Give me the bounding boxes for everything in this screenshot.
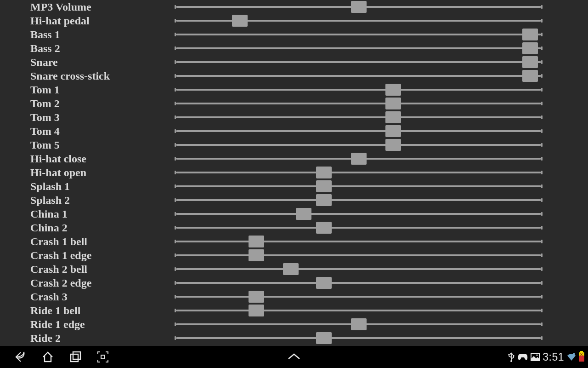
slider-row: Snare cross-stick: [0, 69, 588, 83]
usb-icon: [508, 352, 515, 362]
slider-track: [176, 34, 541, 35]
slider-row: Crash 2 edge: [0, 276, 588, 290]
slider-thumb[interactable]: [351, 153, 367, 165]
slider-thumb[interactable]: [249, 291, 264, 303]
battery-icon: [579, 352, 584, 362]
slider-thumb[interactable]: [316, 222, 332, 234]
slider-thumb[interactable]: [316, 167, 332, 178]
slider-track: [176, 282, 541, 284]
slider-label: China 1: [0, 208, 176, 220]
status-tray[interactable]: 3:51: [508, 346, 584, 368]
slider-label: MP3 Volume: [0, 1, 176, 13]
svg-point-7: [537, 354, 538, 356]
recent-apps-icon: [69, 351, 82, 363]
slider-row: Hi-hat close: [0, 152, 588, 166]
volume-slider[interactable]: [176, 221, 541, 235]
slider-track: [176, 296, 541, 298]
recent-apps-button[interactable]: [62, 346, 89, 368]
volume-slider[interactable]: [176, 41, 541, 55]
slider-thumb[interactable]: [522, 42, 538, 54]
slider-thumb[interactable]: [522, 70, 538, 82]
home-button[interactable]: [34, 346, 62, 368]
slider-track: [176, 254, 541, 256]
slider-thumb[interactable]: [283, 263, 299, 275]
volume-slider[interactable]: [176, 97, 541, 110]
volume-slider[interactable]: [176, 69, 541, 83]
volume-slider[interactable]: [176, 248, 541, 262]
slider-row: Hi-hat open: [0, 166, 588, 179]
slider-thumb[interactable]: [385, 125, 401, 137]
volume-slider[interactable]: [176, 262, 541, 276]
slider-label: Ride 1 bell: [0, 305, 176, 317]
slider-track: [176, 116, 541, 118]
volume-slider[interactable]: [176, 83, 541, 97]
slider-row: Tom 2: [0, 97, 588, 110]
volume-slider[interactable]: [176, 55, 541, 69]
slider-label: China 2: [0, 222, 176, 234]
volume-slider[interactable]: [176, 179, 541, 193]
slider-thumb[interactable]: [385, 98, 401, 109]
slider-label: Snare cross-stick: [0, 70, 176, 82]
slider-thumb[interactable]: [249, 249, 264, 261]
slider-track: [176, 144, 541, 146]
slider-track: [176, 20, 541, 22]
slider-label: Ride 2: [0, 332, 176, 345]
slider-thumb[interactable]: [351, 1, 367, 13]
back-button[interactable]: [6, 346, 34, 368]
android-navbar: 3:51: [0, 346, 588, 368]
slider-track: [176, 130, 541, 132]
svg-point-5: [510, 360, 512, 362]
slider-track: [176, 310, 541, 311]
slider-row: Crash 3: [0, 290, 588, 304]
slider-track: [176, 337, 541, 339]
volume-slider[interactable]: [176, 193, 541, 207]
svg-rect-4: [513, 355, 514, 356]
volume-slider[interactable]: [176, 166, 541, 179]
volume-slider[interactable]: [176, 0, 541, 14]
volume-slider[interactable]: [176, 110, 541, 124]
volume-slider[interactable]: [176, 276, 541, 290]
chevron-up-icon: [286, 352, 302, 362]
volume-slider[interactable]: [176, 207, 541, 221]
slider-thumb[interactable]: [522, 29, 538, 40]
slider-label: Crash 2 bell: [0, 263, 176, 276]
slider-thumb[interactable]: [316, 180, 332, 192]
slider-thumb[interactable]: [296, 208, 311, 220]
slider-thumb[interactable]: [522, 56, 538, 68]
volume-slider[interactable]: [176, 138, 541, 152]
volume-slider[interactable]: [176, 304, 541, 317]
slider-track: [176, 47, 541, 49]
volume-slider[interactable]: [176, 28, 541, 41]
slider-thumb[interactable]: [385, 139, 401, 151]
volume-slider[interactable]: [176, 290, 541, 304]
slider-label: Crash 1 edge: [0, 249, 176, 262]
slider-thumb[interactable]: [232, 15, 248, 27]
status-clock: 3:51: [543, 351, 564, 363]
screenshot-button[interactable]: [89, 346, 117, 368]
volume-slider[interactable]: [176, 331, 541, 345]
slider-thumb[interactable]: [316, 277, 332, 289]
volume-slider[interactable]: [176, 152, 541, 166]
slider-label: Splash 2: [0, 194, 176, 207]
slider-label: Tom 3: [0, 111, 176, 124]
slider-thumb[interactable]: [351, 318, 367, 330]
slider-label: Tom 5: [0, 139, 176, 151]
slider-thumb[interactable]: [385, 111, 401, 123]
slider-label: Tom 4: [0, 125, 176, 138]
slider-thumb[interactable]: [316, 194, 332, 206]
slider-row: Crash 2 bell: [0, 262, 588, 276]
slider-row: Ride 1 edge: [0, 317, 588, 331]
volume-slider[interactable]: [176, 317, 541, 331]
slider-thumb[interactable]: [385, 84, 401, 96]
slider-thumb[interactable]: [249, 305, 264, 316]
nav-expand-button[interactable]: [286, 346, 302, 368]
volume-slider[interactable]: [176, 124, 541, 138]
slider-row: Tom 1: [0, 83, 588, 97]
slider-label: Crash 3: [0, 291, 176, 303]
slider-thumb[interactable]: [316, 332, 332, 344]
slider-track: [176, 103, 541, 104]
volume-slider[interactable]: [176, 235, 541, 248]
volume-slider[interactable]: [176, 14, 541, 28]
slider-thumb[interactable]: [249, 236, 264, 247]
slider-row: Bass 1: [0, 28, 588, 41]
